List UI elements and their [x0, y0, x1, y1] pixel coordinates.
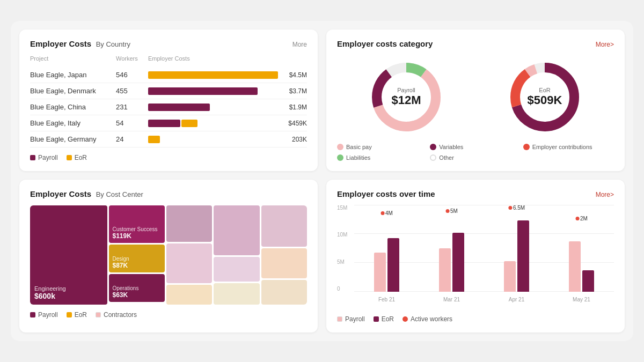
table-row: Blue Eagle, Italy 54 $459K — [30, 115, 307, 131]
chart-legend-over-time: Payroll EoR Active workers — [337, 315, 614, 323]
cost-bar — [148, 136, 160, 143]
dot-apr — [508, 206, 512, 210]
more-link-over-time[interactable]: More> — [596, 191, 614, 198]
dot-liabilities — [337, 154, 343, 161]
legend-dot-payroll-treemap — [30, 312, 35, 317]
label-other: Other — [439, 154, 454, 161]
legend-label-payroll-treemap: Payroll — [38, 311, 58, 319]
payroll-sublabel: Payroll — [391, 87, 421, 93]
treemap-mid-col: Customer Success $119K Design $87K Opera… — [109, 205, 164, 305]
project-name: Blue Eagle, China — [30, 103, 116, 111]
cost-bar — [148, 71, 278, 79]
legend-contractors-treemap: Contractors — [96, 311, 137, 319]
bar-payroll-may — [569, 241, 581, 292]
legend-eor-chart: EoR — [374, 315, 394, 323]
employer-costs-by-cost-center-card: Employer Costs By Cost Center Engineerin… — [19, 180, 318, 333]
active-value-apr: 6.5M — [513, 205, 525, 211]
employer-costs-by-country-card: Employer Costs By Country More Project W… — [19, 29, 318, 171]
legend-eor: EoR — [67, 154, 87, 161]
bar-wrap — [148, 104, 285, 111]
treemap-right-col3 — [261, 205, 307, 305]
legend-label-payroll-chart: Payroll — [345, 315, 365, 323]
card-header-top-right: Employer costs category More> — [337, 39, 614, 48]
label-basic-pay: Basic pay — [346, 144, 372, 150]
active-value-mar: 5M — [450, 208, 458, 214]
cost-bar — [148, 87, 258, 95]
legend-label-active-workers: Active workers — [411, 315, 452, 323]
bar-eor-apr — [517, 220, 529, 292]
bars-container: 4M Feb 21 5M Mar 21 — [354, 205, 614, 292]
workers-count: 546 — [116, 71, 148, 79]
bar-area: $1.9M — [148, 104, 307, 111]
cost-bar — [148, 104, 210, 111]
bar-wrap — [148, 71, 285, 79]
table-row: Blue Eagle, Denmark 455 $3.7M — [30, 83, 307, 99]
card-title-cost-center: Employer Costs — [30, 189, 91, 198]
more-link[interactable]: More — [292, 41, 307, 48]
workers-count: 54 — [116, 119, 148, 127]
more-link-category[interactable]: More> — [596, 41, 614, 48]
y-label-5m: 5M — [337, 259, 353, 265]
month-label-feb: Feb 21 — [378, 297, 395, 302]
legend-other: Other — [430, 154, 521, 161]
treemap-cell-r9 — [261, 280, 307, 305]
legend-dot-contractors-treemap — [96, 312, 101, 317]
treemap-engineering: Engineering $600k — [30, 205, 107, 305]
legend-payroll-treemap: Payroll — [30, 311, 58, 319]
workers-count: 231 — [116, 103, 148, 111]
legend-active-workers: Active workers — [402, 315, 452, 323]
tree-label-design: Design — [112, 256, 161, 262]
dot-other — [430, 154, 436, 161]
legend-dot-eor-chart — [374, 316, 379, 322]
treemap-cell-r1 — [166, 205, 212, 242]
employer-costs-over-time-card: Employer costs over time More> 15M 10M 5… — [326, 180, 625, 333]
bar-value: $4.5M — [289, 71, 307, 79]
bar-wrap — [148, 136, 288, 143]
legend-dot-eor — [67, 155, 72, 160]
bar-area: 203K — [148, 136, 307, 143]
y-label-10m: 10M — [337, 232, 353, 238]
month-label-apr: Apr 21 — [509, 297, 524, 302]
y-label-15m: 15M — [337, 205, 353, 211]
card-title-group: Employer Costs By Country — [30, 39, 130, 49]
bar-payroll-feb — [374, 253, 386, 292]
label-variables: Variables — [439, 144, 463, 150]
bar-value: $459K — [288, 120, 307, 127]
card-title: Employer Costs — [30, 39, 91, 48]
month-label-mar: Mar 21 — [443, 297, 460, 302]
legend-dot-payroll-chart — [337, 316, 342, 322]
tree-label-cs: Customer Success — [112, 226, 161, 232]
cost-bar-eor — [181, 120, 197, 127]
bar-eor-feb — [387, 238, 399, 292]
legend-dot-payroll — [30, 155, 35, 160]
card-header-bottom-left: Employer Costs By Cost Center — [30, 189, 307, 199]
active-value-feb: 4M — [385, 210, 393, 216]
dot-employer-contributions — [523, 144, 530, 150]
card-header-top-left: Employer Costs By Country More — [30, 39, 307, 49]
table-row: Blue Eagle, China 231 $1.9M — [30, 99, 307, 115]
treemap-cell-r8 — [261, 248, 307, 278]
y-axis-labels: 15M 10M 5M 0 — [337, 205, 353, 292]
dot-variables — [430, 144, 436, 150]
project-name: Blue Eagle, Japan — [30, 71, 116, 79]
treemap: Engineering $600k Customer Success $119K… — [30, 205, 307, 305]
dot-basic-pay — [337, 144, 343, 150]
donut-row: Payroll $12M EoR $509K — [337, 57, 614, 137]
legend-label-eor: EoR — [75, 154, 87, 161]
legend-dot-active-workers — [402, 316, 408, 322]
legend-eor-treemap: EoR — [67, 311, 87, 319]
col-costs: Employer Costs — [148, 55, 307, 62]
tree-value-cs: $119K — [112, 232, 161, 240]
table-row: Blue Eagle, Japan 546 $4.5M — [30, 67, 307, 83]
card-header-bottom-right: Employer costs over time More> — [337, 189, 614, 198]
bar-eor-may — [582, 270, 594, 292]
month-group-apr: 6.5M Apr 21 — [504, 205, 529, 292]
card-subtitle-cost-center: By Cost Center — [96, 190, 143, 198]
bar-chart-area: 15M 10M 5M 0 4M — [337, 205, 614, 307]
month-label-may: May 21 — [573, 297, 590, 302]
donut-eor: EoR $509K — [504, 57, 585, 137]
col-workers: Workers — [116, 55, 148, 62]
treemap-operations: Operations $63K — [109, 274, 164, 302]
legend-dot-eor-treemap — [67, 312, 72, 317]
legend-label-eor-treemap: EoR — [75, 311, 87, 319]
